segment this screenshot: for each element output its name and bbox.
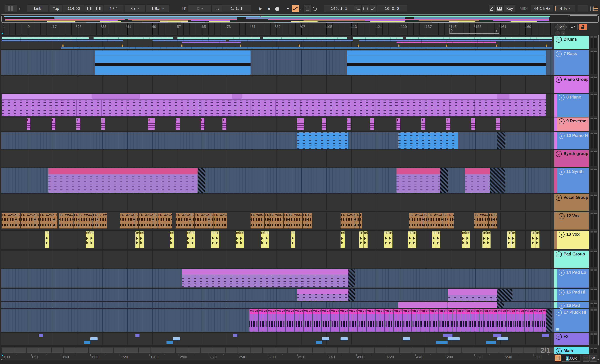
midi-clip[interactable]: Vit [344,309,348,332]
track-header-piano-group[interactable]: ≡Piano Group [554,76,589,93]
drum-mini-clip[interactable] [229,40,353,41]
scrub-cell[interactable] [176,347,188,353]
midi-clip[interactable]: Vit [380,309,384,332]
scrub-cell[interactable] [275,347,287,353]
midi-clip[interactable]: Vit [326,309,330,332]
scrub-cell[interactable] [263,347,275,353]
track-lane-synth-group[interactable] [1,150,554,167]
drum-mini-clip[interactable] [94,37,173,39]
scrub-cell[interactable] [251,347,262,353]
midi-clip[interactable]: Vit [340,309,344,332]
loop-brace[interactable]: ❯❬ [450,28,499,34]
clip-hatch[interactable] [348,289,355,301]
scrub-cell[interactable] [89,347,101,353]
track-lane-drums[interactable] [1,36,554,49]
tempo-display[interactable]: 114.00 [63,5,84,12]
fold-icon[interactable]: ▼ [559,133,564,139]
scrub-area[interactable]: 2/1 [1,347,554,354]
midi-clip[interactable]: Vit [457,309,461,332]
metronome-icon[interactable] [94,5,103,12]
midi-clip[interactable] [465,168,490,193]
midi-clip[interactable]: Vit [295,309,299,332]
audio-clip[interactable]: DS [487,231,490,248]
audio-clip[interactable]: DS [261,231,265,248]
drum-mini-clip[interactable] [406,37,552,39]
audio-clip[interactable]: FL_WAGA [59,213,73,228]
track-header-vocal-group[interactable]: ≡Vocal Group [554,194,589,210]
fx-clip[interactable] [316,341,322,344]
midi-clip[interactable]: Vit [416,309,421,332]
loop-length-display[interactable]: 16. 0. 0 [376,5,407,12]
fx-clip[interactable] [90,337,98,340]
track-header-13-vox[interactable]: ▼13 Vox [557,231,589,249]
midi-clip[interactable] [448,289,497,301]
midi-clip[interactable]: Vit [452,309,457,332]
audio-clip[interactable]: FL_ [93,213,97,228]
audio-clip[interactable]: DS [466,231,470,248]
audio-clip[interactable]: FL_ [355,213,359,228]
audio-clip[interactable]: FL_ [134,213,139,228]
midi-clip[interactable]: Vit [516,309,520,332]
nav-forward-button[interactable]: → [561,31,565,36]
scrub-cell[interactable] [325,347,337,353]
midi-clip[interactable]: Vit [313,309,317,332]
audio-clip[interactable]: FL_WAGA [97,213,107,228]
midi-clip[interactable] [396,168,440,193]
audio-clip[interactable]: DS [408,231,412,248]
audio-clip[interactable]: DS [211,231,215,248]
scrub-cell[interactable] [226,347,238,353]
fx-clip[interactable] [542,334,549,337]
play-icon[interactable]: ▶ [559,303,564,309]
track-header-14-pad-lo[interactable]: ▼14 Pad Lo [557,269,589,288]
midi-clip[interactable]: Vit [322,309,326,332]
scrub-cell[interactable] [487,347,499,353]
track-header-15-pad-hi[interactable]: ▼15 Pad Hi [557,289,589,301]
fx-clip[interactable] [135,334,140,337]
capture-button[interactable]: ◯ [311,5,318,12]
midi-clip[interactable]: Vit [534,309,538,332]
punch-in-button[interactable] [354,5,361,12]
scrub-cell[interactable] [512,347,524,353]
track-lane-14-pad-lo[interactable] [1,269,554,288]
record-button[interactable]: ⬤ [273,5,281,12]
scrub-cell[interactable] [126,347,138,353]
group-fold-icon[interactable]: ≡ [556,151,562,157]
scrub-cell[interactable] [101,347,113,353]
midi-clip[interactable] [398,302,448,308]
midi-clip[interactable]: Vit [502,309,506,332]
insert-marker-button[interactable]: + [285,5,291,12]
track-header-11-synth[interactable]: ▼11 Synth [557,168,589,193]
loop-button[interactable] [362,5,369,12]
group-fold-icon[interactable]: ≡ [556,334,562,340]
clip-hatch[interactable] [546,309,552,332]
midi-clip[interactable]: Vit [506,309,511,332]
midi-clip[interactable]: Vit [475,309,479,332]
window-grip[interactable] [5,5,17,12]
audio-clip[interactable]: (F [148,118,155,130]
midi-clip[interactable] [448,302,497,308]
track-lane-8-piano[interactable] [1,94,554,117]
audio-clip[interactable]: FL_WAGA [493,213,497,228]
audio-clip[interactable] [347,51,546,75]
audio-clip[interactable]: DS [412,231,416,248]
track-lane-7-bass[interactable] [1,50,554,75]
midi-clip[interactable]: Vit [425,309,430,332]
audio-clip[interactable]: FL_WAGA [120,213,134,228]
audio-clip[interactable]: ( [52,118,55,130]
drum-mini-clip[interactable] [61,47,552,49]
midi-clip[interactable]: Vit [421,309,425,332]
fx-clip[interactable] [497,337,509,340]
audio-clip[interactable]: FL_WAGA [360,213,362,228]
fx-clip[interactable] [173,337,180,340]
midi-clip[interactable]: Vit [389,309,394,332]
fold-icon[interactable]: ▼ [559,94,564,100]
audio-clip[interactable]: FL_ [265,213,269,228]
audio-clip[interactable]: DS [364,231,367,248]
midi-clip[interactable]: Vit [349,309,353,332]
midi-clip[interactable] [182,269,348,287]
scrub-cell[interactable] [338,347,349,353]
midi-clip[interactable]: Vit [394,309,398,332]
audio-clip[interactable]: ( [176,118,179,130]
audio-clip[interactable]: FL_ [16,213,20,228]
audio-clip[interactable]: FL_ [303,213,307,228]
